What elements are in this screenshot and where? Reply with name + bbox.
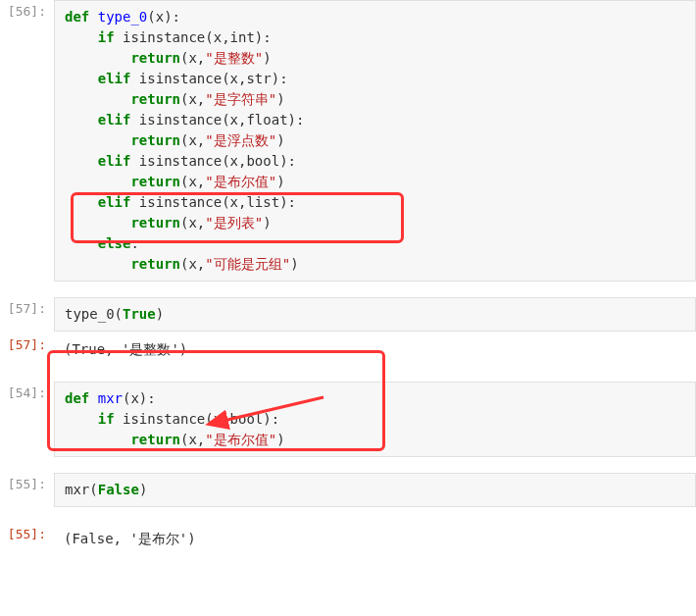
output-prompt: [57]: — [0, 334, 54, 366]
output-text: (True, '是整数') — [54, 334, 696, 366]
notebook-cell: [54]:def mxr(x): if isinstance(x,bool): … — [0, 382, 696, 457]
output-prompt: [55]: — [0, 523, 54, 555]
notebook-cell: [57]:type_0(True) — [0, 297, 696, 332]
input-prompt: [55]: — [0, 473, 54, 507]
notebook-cell: [57]:(True, '是整数') — [0, 334, 696, 366]
notebook-cell: [56]:def type_0(x): if isinstance(x,int)… — [0, 0, 696, 282]
code-input[interactable]: type_0(True) — [54, 297, 696, 332]
input-prompt: [57]: — [0, 297, 54, 332]
input-prompt: [56]: — [0, 0, 54, 282]
output-text: (False, '是布尔') — [54, 523, 696, 555]
code-input[interactable]: def mxr(x): if isinstance(x,bool): retur… — [54, 382, 696, 457]
code-input[interactable]: def type_0(x): if isinstance(x,int): ret… — [54, 0, 696, 282]
code-input[interactable]: mxr(False) — [54, 473, 696, 507]
input-prompt: [54]: — [0, 382, 54, 457]
notebook-cell: [55]:(False, '是布尔') — [0, 523, 696, 555]
notebook-cell: [55]:mxr(False) — [0, 473, 696, 507]
